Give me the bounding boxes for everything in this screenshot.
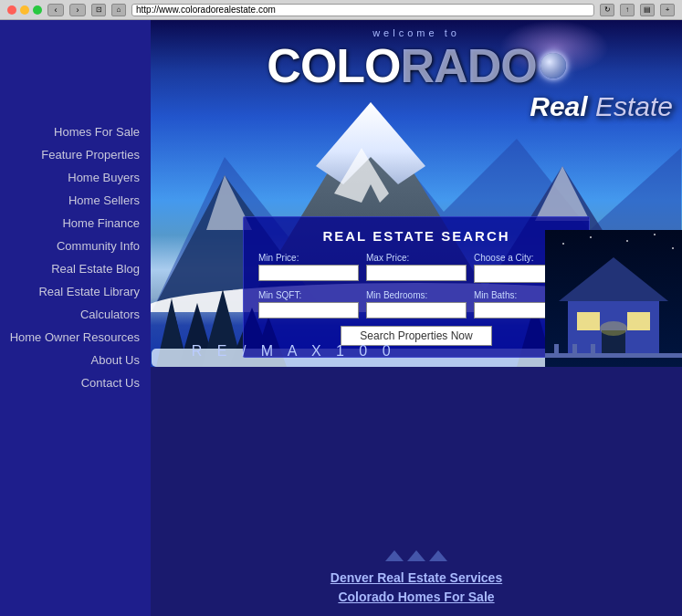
logo-area: welcome to COLO RADO xyxy=(151,27,682,93)
svg-rect-29 xyxy=(554,344,559,358)
min-price-label: Min Price: xyxy=(258,253,359,263)
sidebar-item-home-buyers[interactable]: Home Buyers xyxy=(0,166,151,189)
separator-triangle-1 xyxy=(385,550,404,561)
min-sqft-input[interactable] xyxy=(258,302,359,318)
min-sqft-label: Min SQFT: xyxy=(258,290,359,300)
hero-background: welcome to COLO RADO Real Estate REAL ES… xyxy=(151,20,682,367)
sidebar-item-community-info[interactable]: Community Info xyxy=(0,235,151,257)
page-icon[interactable]: ⊡ xyxy=(91,4,106,16)
svg-point-34 xyxy=(590,236,592,238)
sidebar-toggle-icon[interactable]: ▤ xyxy=(640,4,655,16)
sidebar-item-real-estate-blog[interactable]: Real Estate Blog xyxy=(0,257,151,280)
real-estate-title: Real Estate xyxy=(530,91,673,122)
real-text: Real xyxy=(530,91,587,121)
search-row-1: Min Price: Max Price: Choose a City: Den… xyxy=(258,253,574,283)
back-button[interactable]: ‹ xyxy=(47,4,64,16)
sidebar-item-contact-us[interactable]: Contact Us xyxy=(0,371,151,394)
sidebar-item-about-us[interactable]: About Us xyxy=(0,349,151,371)
min-bedrooms-label: Min Bedrooms: xyxy=(366,290,467,300)
sidebar-item-home-sellers[interactable]: Home Sellers xyxy=(0,189,151,212)
remax-text: R E / M A X 1 0 0 xyxy=(192,343,396,360)
footer-links: Denver Real Estate Services Colorado Hom… xyxy=(331,569,502,607)
address-bar[interactable] xyxy=(131,4,594,16)
sidebar-item-calculators[interactable]: Calculators xyxy=(0,303,151,326)
min-bedrooms-field: Min Bedrooms: xyxy=(366,290,467,318)
min-bedrooms-input[interactable] xyxy=(366,302,467,318)
traffic-lights xyxy=(7,5,42,15)
search-row-2: Min SQFT: Min Bedrooms: Min Baths: xyxy=(258,290,574,318)
page-wrapper: Homes For Sale Feature Properties Home B… xyxy=(0,20,682,616)
search-form: REAL ESTATE SEARCH Min Price: Max Price:… xyxy=(243,216,590,358)
estate-text: Estate xyxy=(595,91,673,121)
house-photo xyxy=(545,230,682,367)
footer-link-colorado-homes[interactable]: Colorado Homes For Sale xyxy=(331,588,502,607)
svg-rect-28 xyxy=(545,353,682,358)
toolbar-icons: ↑ ▤ + xyxy=(620,4,675,16)
sidebar-item-home-owner-resources[interactable]: Home Owner Resources xyxy=(0,326,151,349)
main-content: welcome to COLO RADO Real Estate REAL ES… xyxy=(151,20,682,616)
svg-point-35 xyxy=(626,240,628,242)
sidebar-item-real-estate-library[interactable]: Real Estate Library xyxy=(0,280,151,303)
svg-point-32 xyxy=(600,321,627,336)
forward-button[interactable]: › xyxy=(69,4,86,16)
separator-triangle-2 xyxy=(407,550,425,561)
colorado-text: COLO RADO xyxy=(151,38,682,93)
min-price-input[interactable] xyxy=(258,265,359,281)
svg-rect-31 xyxy=(591,344,595,358)
refresh-icon[interactable]: ↻ xyxy=(600,4,614,16)
search-title: REAL ESTATE SEARCH xyxy=(258,228,574,244)
svg-rect-25 xyxy=(577,312,600,330)
svg-rect-30 xyxy=(572,344,577,358)
minimize-button[interactable] xyxy=(20,5,29,15)
browser-chrome: ‹ › ⊡ ⌂ ↻ ↑ ▤ + xyxy=(0,0,682,20)
globe-icon xyxy=(540,53,566,78)
colo-text: COLO xyxy=(267,38,400,93)
sidebar-item-home-finance[interactable]: Home Finance xyxy=(0,212,151,235)
min-sqft-field: Min SQFT: xyxy=(258,290,359,318)
svg-point-37 xyxy=(672,247,674,249)
separator-icons xyxy=(385,550,447,561)
max-price-field: Max Price: xyxy=(366,253,467,281)
house-illustration xyxy=(545,230,682,367)
share-icon[interactable]: ↑ xyxy=(620,4,635,16)
below-hero: Denver Real Estate Services Colorado Hom… xyxy=(151,367,682,616)
sidebar: Homes For Sale Feature Properties Home B… xyxy=(0,20,151,616)
close-button[interactable] xyxy=(7,5,16,15)
sidebar-item-homes-for-sale[interactable]: Homes For Sale xyxy=(0,120,151,143)
welcome-to-text: welcome to xyxy=(151,27,682,38)
svg-point-33 xyxy=(562,243,564,245)
min-price-field: Min Price: xyxy=(258,253,359,281)
footer-link-denver[interactable]: Denver Real Estate Services xyxy=(331,569,502,588)
svg-point-36 xyxy=(654,234,656,235)
svg-rect-26 xyxy=(627,312,650,330)
separator-triangle-3 xyxy=(429,550,447,561)
new-tab-icon[interactable]: + xyxy=(660,4,675,16)
maximize-button[interactable] xyxy=(33,5,42,15)
max-price-input[interactable] xyxy=(366,265,467,281)
sidebar-item-feature-properties[interactable]: Feature Properties xyxy=(0,143,151,166)
max-price-label: Max Price: xyxy=(366,253,467,263)
home-icon[interactable]: ⌂ xyxy=(111,4,126,16)
rado-text: RADO xyxy=(401,38,537,93)
